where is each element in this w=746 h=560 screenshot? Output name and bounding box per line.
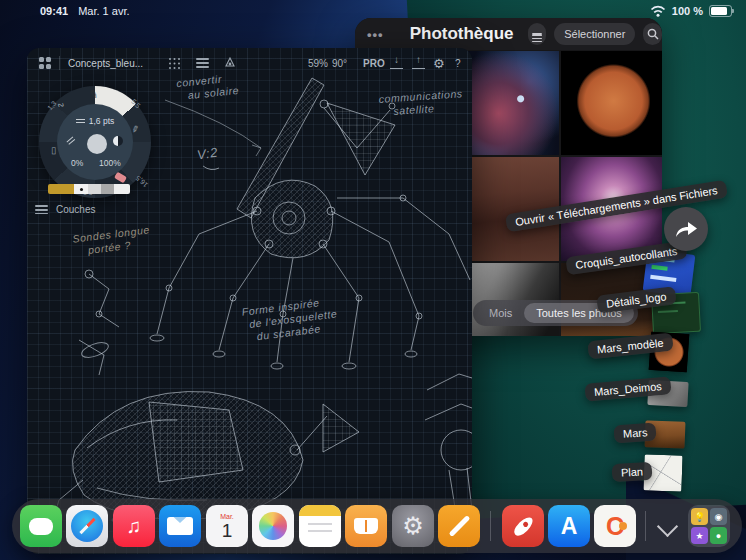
mini-app-star: ★ [691, 527, 708, 544]
battery-icon [709, 5, 732, 17]
dock: ♫ Mar. 1 ⚙ [12, 499, 742, 553]
import-icon[interactable]: ↓ [390, 57, 403, 69]
concepts-window[interactable]: Concepts_bleu... 59% 90° PRO ↓ ↑ ⚙ ? ✎ 1… [27, 48, 472, 554]
dock-divider [645, 511, 646, 541]
select-button[interactable]: Sélectionner [554, 23, 635, 45]
settings-gear-icon[interactable]: ⚙ [433, 56, 445, 71]
app-store-icon[interactable]: A [548, 505, 590, 547]
mini-app-camera: ◉ [710, 508, 727, 525]
export-icon[interactable]: ↑ [412, 57, 425, 69]
note-line [308, 523, 332, 525]
date: Mar. 1 avr. [78, 5, 129, 17]
battery-percent: 100 % [672, 5, 703, 17]
stroke-size-icon [76, 118, 85, 125]
photo-thumb-mars-planet[interactable] [561, 51, 662, 155]
sticker-line [650, 275, 676, 282]
drag-file-label[interactable]: Plan [612, 462, 653, 482]
swatch-gray[interactable] [101, 184, 114, 194]
pen [448, 515, 470, 537]
flower [259, 512, 287, 540]
view-options-button[interactable] [528, 23, 547, 45]
layers-icon [35, 203, 48, 217]
search-icon [647, 28, 659, 40]
opacity-icon [113, 136, 123, 146]
c-glyph: C [606, 512, 624, 541]
speech-bubble [29, 518, 53, 535]
photo-thumb-horsehead-nebula[interactable] [458, 51, 559, 155]
clock: 09:41 [40, 5, 68, 17]
layers-menu-icon[interactable] [196, 56, 209, 70]
rocket [511, 514, 535, 538]
ipad-screen: 09:41 Mar. 1 avr. 100 % ••• Photothèque … [0, 0, 746, 560]
compass [71, 510, 103, 542]
messages-app-icon[interactable] [20, 505, 62, 547]
search-button[interactable] [643, 23, 662, 45]
books-app-icon[interactable] [345, 505, 387, 547]
selected-color-dot [80, 188, 83, 191]
book [354, 518, 378, 534]
share-arrow-icon [673, 219, 699, 239]
safari-app-icon[interactable] [66, 505, 108, 547]
list-icon [532, 33, 542, 35]
envelope [167, 517, 193, 535]
share-drag-badge[interactable] [664, 207, 708, 251]
precision-menu-icon[interactable] [169, 58, 180, 69]
swatch-offwhite[interactable] [114, 184, 130, 194]
music-app-icon[interactable]: ♫ [113, 505, 155, 547]
wifi-icon [650, 5, 666, 17]
zoom-level[interactable]: 59% [308, 58, 328, 69]
curiosity-app-icon[interactable]: C [594, 505, 636, 547]
mail-app-icon[interactable] [159, 505, 201, 547]
sticker-line [658, 310, 678, 313]
tool-wheel[interactable]: ✎ 1,3 5,5 16,5 6,9 ∿ ✎ ▭ 1,6 pts 0% 100% [39, 86, 151, 198]
opacity-min: 0% [71, 158, 83, 168]
airbrush-icon [66, 135, 76, 145]
layers-panel-toggle[interactable]: Couches [35, 203, 95, 217]
more-options-button[interactable]: ••• [367, 27, 384, 42]
mini-app-green: ● [710, 527, 727, 544]
pro-badge[interactable]: PRO [363, 58, 385, 69]
calendar-app-icon[interactable]: Mar. 1 [206, 505, 248, 547]
color-preview[interactable] [87, 134, 107, 154]
pen-settings-icon[interactable] [223, 56, 237, 70]
segment-mois[interactable]: Mois [477, 303, 524, 323]
chevron-down-icon[interactable] [657, 516, 678, 537]
photos-title: Photothèque [410, 24, 514, 44]
drawing-app-icon[interactable] [438, 505, 480, 547]
dock-divider [490, 511, 491, 541]
status-bar: 09:41 Mar. 1 avr. 100 % [0, 3, 746, 21]
concepts-toolbar: Concepts_bleu... 59% 90° PRO ↓ ↑ ⚙ ? [27, 48, 472, 78]
rocket-app-icon[interactable] [502, 505, 544, 547]
note-line [308, 530, 332, 532]
gallery-icon[interactable] [39, 57, 51, 69]
tool-wheel-center[interactable]: 1,6 pts 0% 100% [57, 104, 133, 180]
rotation-value[interactable]: 90° [332, 58, 347, 69]
settings-app-icon[interactable]: ⚙ [392, 505, 434, 547]
swatch-lightgray[interactable] [88, 184, 101, 194]
divider [59, 56, 60, 70]
swatch-gold[interactable] [48, 184, 74, 194]
calendar-day: 1 [222, 521, 233, 541]
annotation-version: V:2 [196, 145, 219, 164]
app-library-icon[interactable]: 💡 ◉ ★ ● [688, 505, 730, 547]
mini-app-yellow: 💡 [691, 508, 708, 525]
layers-label: Couches [56, 204, 95, 215]
document-title[interactable]: Concepts_bleu... [68, 58, 143, 69]
photos-app-icon[interactable] [252, 505, 294, 547]
ring-value: 16,5 [134, 174, 149, 188]
photos-header[interactable]: ••• Photothèque Sélectionner [355, 18, 662, 50]
stroke-size-value: 1,6 pts [89, 116, 115, 126]
opacity-max: 100% [99, 158, 121, 168]
help-button[interactable]: ? [455, 58, 461, 69]
notes-top [299, 505, 341, 516]
color-palette-strip[interactable] [48, 184, 130, 194]
sticker-line [651, 265, 667, 271]
notes-app-icon[interactable] [299, 505, 341, 547]
drag-file-label[interactable]: Mars [613, 423, 657, 444]
